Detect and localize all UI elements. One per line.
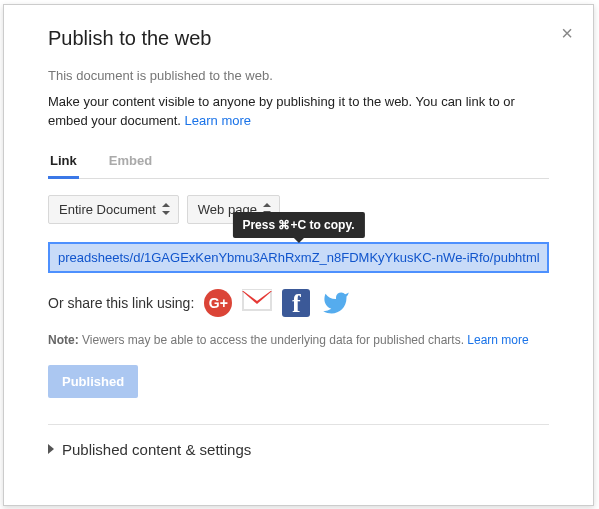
updown-icon (162, 203, 170, 215)
twitter-icon[interactable] (320, 289, 352, 317)
divider (48, 424, 549, 425)
gmail-icon[interactable] (242, 289, 272, 311)
tab-bar: Link Embed (48, 153, 549, 179)
description-text: Make your content visible to anyone by p… (48, 94, 515, 128)
share-row: Or share this link using: G+ f (48, 289, 549, 317)
note-text: Note: Viewers may be able to access the … (48, 333, 549, 347)
share-label: Or share this link using: (48, 295, 194, 311)
publish-dialog: × Publish to the web This document is pu… (3, 4, 594, 506)
dialog-title: Publish to the web (48, 27, 549, 50)
note-body: Viewers may be able to access the underl… (79, 333, 468, 347)
chevron-right-icon (48, 444, 54, 454)
tab-link[interactable]: Link (48, 153, 79, 179)
note-label: Note: (48, 333, 79, 347)
learn-more-link[interactable]: Learn more (185, 113, 251, 128)
published-button[interactable]: Published (48, 365, 138, 398)
expander-label: Published content & settings (62, 441, 251, 458)
publish-status: This document is published to the web. (48, 68, 549, 83)
dialog-description: Make your content visible to anyone by p… (48, 93, 549, 131)
url-field-wrap: Press ⌘+C to copy. (48, 242, 549, 273)
note-learn-more-link[interactable]: Learn more (467, 333, 528, 347)
facebook-icon[interactable]: f (282, 289, 310, 317)
tab-embed[interactable]: Embed (107, 153, 154, 179)
share-icons: G+ f (204, 289, 352, 317)
published-url-input[interactable] (48, 242, 549, 273)
published-content-settings-expander[interactable]: Published content & settings (48, 441, 549, 472)
scope-select-label: Entire Document (59, 202, 156, 217)
close-icon[interactable]: × (561, 23, 573, 43)
copy-tooltip: Press ⌘+C to copy. (232, 212, 364, 238)
google-plus-icon[interactable]: G+ (204, 289, 232, 317)
scope-select[interactable]: Entire Document (48, 195, 179, 224)
